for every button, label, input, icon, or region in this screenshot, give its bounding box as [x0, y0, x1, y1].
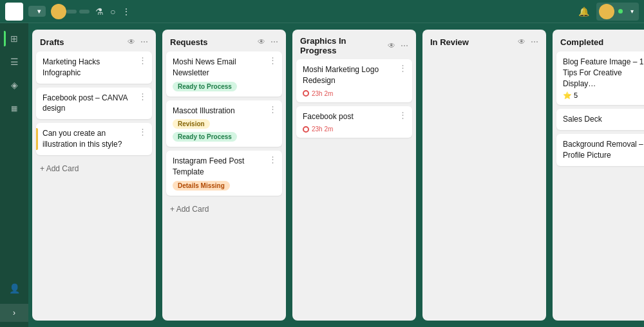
card-title: Mascot Illustration [173, 106, 277, 117]
add-card-button-requests[interactable]: + Add Card [166, 201, 282, 219]
sidebar-icon-card[interactable]: ◈ [4, 75, 24, 95]
card-tags: RevisionReady to Process [173, 116, 277, 142]
sidebar-icon-user[interactable]: 👤 [4, 278, 24, 299]
card-timer: 23h 2m [303, 126, 407, 133]
sidebar-icon-board[interactable]: ⊞ [4, 28, 24, 49]
column-header-completed: Completed👁⋯ [553, 30, 644, 51]
user-menu-chevron: ▾ [630, 8, 634, 15]
list-icon: ☰ [10, 57, 19, 67]
timer-value: 23h 2m [312, 90, 333, 97]
tag-revision: Revision [173, 119, 210, 129]
card-c11: Background Removal – Profile Picture⋮ [556, 134, 644, 166]
column-title-in-review: In Review [430, 37, 514, 47]
column-header-requests: Requests👁⋯ [162, 30, 286, 51]
card-c3: Can you create an illustration in this s… [36, 123, 152, 155]
filter-icon[interactable]: ⚗ [92, 5, 107, 19]
column-title-completed: Completed [560, 37, 644, 47]
sidebar-icon-list[interactable]: ☰ [4, 51, 24, 72]
tag-ready-to-process: Ready to Process [173, 82, 237, 91]
user-icon: 👤 [9, 283, 20, 294]
column-header-graphics-in-progress: Graphics In Progress👁⋯ [292, 30, 416, 59]
timer-icon [303, 126, 309, 133]
card-menu-button[interactable]: ⋮ [267, 55, 278, 65]
sidebar: ⊞ ☰ ◈ ▦ 👤 › [0, 23, 28, 327]
card-menu-button[interactable]: ⋮ [397, 110, 408, 120]
card-title: Moshi Marketing Logo Redesign [303, 64, 407, 86]
column-title-requests: Requests [170, 37, 254, 47]
sidebar-active-indicator [4, 31, 6, 46]
main-area: ⊞ ☰ ◈ ▦ 👤 › Drafts👁⋯Marketing Hacks Info… [0, 23, 644, 327]
more-options-icon[interactable]: ⋮ [118, 5, 134, 19]
card-title: Background Removal – Profile Picture [563, 139, 644, 161]
column-more-icon[interactable]: ⋯ [529, 36, 540, 48]
tag-ready-to-process: Ready to Process [173, 132, 237, 142]
column-requests: Requests👁⋯Moshi News Email Newsletter⋮Re… [162, 30, 286, 321]
user-chip[interactable]: ▾ [596, 3, 639, 21]
card-c2: Facebook post – CANVA design⋮ [36, 88, 152, 120]
card-title: Facebook post [303, 111, 407, 122]
card-menu-button[interactable]: ⋮ [267, 104, 278, 114]
card-stars: ⭐ 5 [563, 91, 644, 100]
column-body-completed: Blog Feature Image – 11 Tips For Creativ… [553, 51, 644, 321]
card-c10: Sales Deck⋮ [556, 109, 644, 130]
card-c4: Moshi News Email Newsletter⋮Ready to Pro… [166, 51, 282, 97]
column-completed: Completed👁⋯Blog Feature Image – 11 Tips … [553, 30, 644, 321]
card-tags: Ready to Process [173, 79, 277, 91]
card-c7: Moshi Marketing Logo Redesign⋮23h 2m [296, 59, 412, 102]
column-more-icon[interactable]: ⋯ [139, 36, 149, 48]
sidebar-icon-calendar[interactable]: ▦ [4, 98, 24, 118]
sidebar-expand-button[interactable]: › [0, 304, 28, 322]
user-avatar [599, 4, 614, 19]
column-in-review: In Review👁⋯ [422, 30, 546, 321]
grid-icon: ⊞ [10, 33, 18, 44]
column-body-graphics-in-progress: Moshi Marketing Logo Redesign⋮23h 2mFace… [292, 59, 416, 321]
card-menu-button[interactable]: ⋮ [137, 55, 148, 65]
column-more-icon[interactable]: ⋯ [269, 36, 279, 48]
card-title: Blog Feature Image – 11 Tips For Creativ… [563, 57, 644, 89]
add-list-button[interactable] [79, 10, 90, 14]
tag-details-missing: Details Missing [173, 181, 230, 191]
current-user-avatar [51, 4, 66, 19]
column-header-in-review: In Review👁⋯ [422, 30, 546, 51]
search-icon[interactable]: ○ [107, 5, 118, 19]
workspace-selector[interactable]: ▾ [28, 6, 46, 17]
card-title: Facebook post – CANVA design [43, 93, 147, 115]
card-icon: ◈ [11, 80, 18, 90]
timer-icon [303, 90, 309, 97]
card-c9: Blog Feature Image – 11 Tips For Creativ… [556, 51, 644, 105]
column-drafts: Drafts👁⋯Marketing Hacks Infographic⋮Face… [32, 30, 156, 321]
column-eye-icon[interactable]: 👁 [256, 36, 267, 48]
card-menu-button[interactable]: ⋮ [137, 91, 148, 101]
column-eye-icon[interactable]: 👁 [386, 40, 397, 51]
column-body-in-review [422, 51, 546, 321]
column-title-graphics-in-progress: Graphics In Progress [300, 36, 384, 55]
card-c8: Facebook post⋮23h 2m [296, 106, 412, 138]
card-menu-button[interactable]: ⋮ [267, 154, 278, 164]
card-title: Can you create an illustration in this s… [43, 128, 147, 150]
column-body-requests: Moshi News Email Newsletter⋮Ready to Pro… [162, 51, 286, 321]
board-area: Drafts👁⋯Marketing Hacks Infographic⋮Face… [28, 23, 644, 327]
card-accent [36, 128, 38, 150]
card-c5: Mascot Illustration⋮RevisionReady to Pro… [166, 100, 282, 147]
calendar-icon: ▦ [11, 104, 17, 113]
card-title: Moshi News Email Newsletter [173, 57, 277, 79]
invite-button[interactable] [66, 10, 77, 14]
notifications-icon[interactable]: 🔔 [575, 5, 592, 19]
column-eye-icon[interactable]: 👁 [126, 36, 137, 48]
column-more-icon[interactable]: ⋯ [399, 40, 410, 51]
card-tags: Details Missing [173, 178, 277, 191]
column-body-drafts: Marketing Hacks Infographic⋮Facebook pos… [32, 51, 156, 321]
card-menu-button[interactable]: ⋮ [397, 63, 408, 73]
add-card-button-drafts[interactable]: + Add Card [36, 160, 152, 178]
card-title: Marketing Hacks Infographic [43, 57, 147, 79]
timer-value: 23h 2m [312, 126, 333, 133]
column-eye-icon[interactable]: 👁 [516, 36, 527, 48]
card-title: Sales Deck [563, 114, 644, 125]
logo-icon [5, 3, 23, 21]
chevron-down-icon: ▾ [37, 8, 41, 15]
card-c6: Instagram Feed Post Template⋮Details Mis… [166, 151, 282, 196]
online-status-dot [618, 9, 623, 14]
card-menu-button[interactable]: ⋮ [137, 127, 148, 136]
card-c1: Marketing Hacks Infographic⋮ [36, 51, 152, 84]
column-graphics-in-progress: Graphics In Progress👁⋯Moshi Marketing Lo… [292, 30, 416, 321]
